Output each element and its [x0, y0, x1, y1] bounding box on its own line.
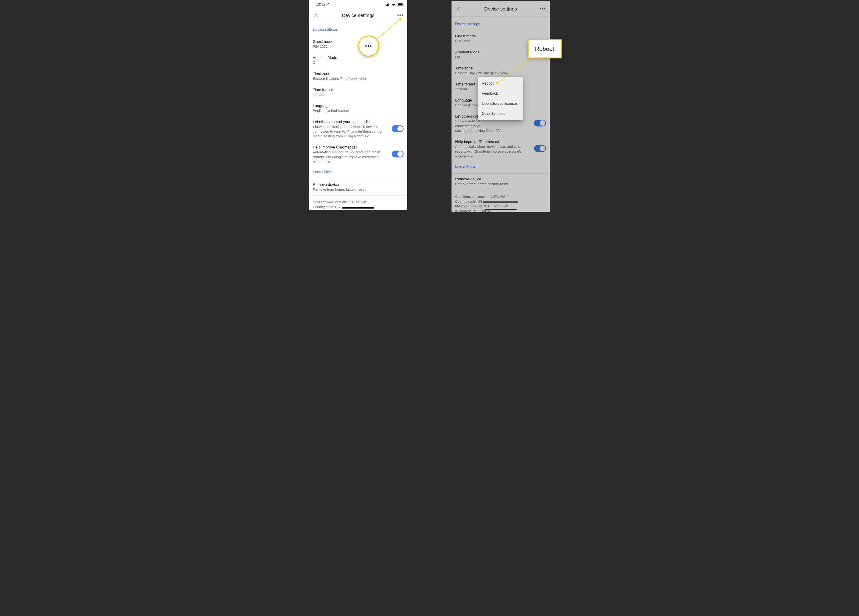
nav-header: Device settings ••• [309, 9, 407, 22]
row-help-improve[interactable]: Help improve Chromecast Automatically sh… [313, 142, 404, 167]
more-horizontal-icon: ••• [397, 12, 403, 18]
svg-rect-1 [387, 4, 388, 6]
status-bar: 12:32 [309, 0, 407, 9]
device-settings-link[interactable]: Device settings [313, 22, 404, 36]
close-icon [456, 7, 461, 11]
phone-screenshot-right: Device settings ••• Device settings Gues… [451, 2, 550, 212]
overflow-menu-button[interactable]: ••• [540, 6, 546, 12]
row-time-zone[interactable]: Time zone Eastern Daylight Time (New Yor… [455, 63, 546, 79]
home-indicator [342, 207, 374, 209]
row-ambient-mode[interactable]: Ambient Mode On [313, 52, 404, 68]
overflow-menu-button[interactable]: ••• [397, 12, 404, 19]
svg-rect-2 [389, 3, 389, 6]
phone-screenshot-left: 12:32 Device settings ••• Device setting… [309, 0, 407, 211]
location-icon [326, 3, 329, 6]
row-label: Help improve Chromecast [313, 145, 389, 150]
menu-item-feedback[interactable]: Feedback [478, 89, 523, 98]
callout-reboot-label: Reboot [528, 39, 562, 58]
more-horizontal-icon: ••• [365, 43, 372, 49]
overflow-menu-popup: Reboot Feedback Open Source licenses Oth… [478, 77, 523, 120]
cast-control-toggle[interactable] [392, 125, 404, 132]
wifi-icon [392, 3, 396, 6]
row-help-improve[interactable]: Help improve Chromecast Automatically sh… [455, 136, 546, 162]
close-button[interactable] [313, 12, 319, 19]
row-label: Guest mode [455, 34, 546, 38]
row-sub: English (United States) [313, 108, 404, 113]
row-label: Let others control your cast media [313, 120, 389, 124]
home-indicator [484, 209, 517, 210]
row-remove-device[interactable]: Remove device Remove from home, factory … [455, 174, 546, 190]
row-time-zone[interactable]: Time zone Eastern Daylight Time (New Yor… [313, 68, 404, 84]
callout-anchor-dot [399, 18, 401, 20]
cellular-signal-icon [386, 3, 390, 6]
help-improve-toggle[interactable] [534, 145, 546, 152]
callout-anchor-dot [496, 81, 498, 84]
firmware-line: Cast firmware version: 1.37.148642 [313, 200, 404, 204]
menu-item-other-licenses[interactable]: Other licenses [478, 109, 523, 119]
row-label: Time zone [313, 72, 404, 76]
row-label: Guest mode [313, 39, 404, 44]
row-sub: 12 hour [313, 92, 404, 97]
row-label: Remove device [313, 182, 404, 187]
mac-line: MAC address: 48:D6:D5:2C:43:B6 [313, 209, 404, 211]
home-indicator [483, 201, 519, 203]
row-sub: Show a notification on all Android devic… [313, 125, 389, 139]
row-sub: On [313, 60, 404, 65]
svg-rect-0 [386, 5, 387, 6]
mac-line: MAC address: 48:D6:D5:2C:43:B6 [455, 204, 546, 209]
status-time: 12:32 [316, 2, 329, 6]
firmware-line: Cast firmware version: 1.37.148642 [455, 194, 546, 199]
menu-item-open-source-licenses[interactable]: Open Source licenses [478, 98, 523, 109]
device-settings-link[interactable]: Device settings [455, 17, 546, 31]
row-sub: Automatically share device stats and cra… [455, 144, 532, 159]
page-title: Device settings [462, 6, 540, 12]
page-title: Device settings [319, 12, 397, 18]
row-sub: Remove from home, factory reset [313, 187, 404, 192]
learn-more-link[interactable]: Learn More [455, 162, 546, 173]
help-improve-toggle[interactable] [392, 151, 404, 158]
row-sub: Eastern Daylight Time (New York) [313, 76, 404, 81]
row-label: Ambient Mode [313, 55, 404, 60]
battery-icon [397, 3, 403, 6]
svg-rect-6 [403, 4, 403, 5]
row-label: Time format [313, 87, 404, 92]
settings-content: Device settings Guest mode PIN 1252 Ambi… [309, 22, 407, 211]
close-button[interactable] [455, 6, 462, 12]
row-language[interactable]: Language English (United States) [313, 100, 404, 116]
row-label: Language [313, 104, 404, 108]
row-sub: Show a notificat connected to yo casting… [455, 119, 532, 133]
row-label: Remove device [455, 177, 546, 181]
row-time-format[interactable]: Time format 12 hour [313, 84, 404, 100]
row-remove-device[interactable]: Remove device Remove from home, factory … [313, 179, 404, 195]
cast-control-toggle[interactable] [534, 120, 546, 126]
row-label: Time zone [455, 66, 546, 70]
row-sub: Remove from home, factory reset [455, 182, 546, 187]
svg-rect-5 [398, 3, 402, 6]
row-label: Help improve Chromecast [455, 140, 532, 144]
svg-rect-3 [390, 3, 390, 6]
learn-more-link[interactable]: Learn More [313, 167, 404, 179]
menu-item-reboot[interactable]: Reboot [478, 78, 523, 89]
more-horizontal-icon: ••• [540, 6, 546, 11]
close-icon [314, 13, 318, 18]
row-cast-control[interactable]: Let others control your cast media Show … [313, 116, 404, 142]
row-sub: Eastern Daylight Time (New York) [455, 71, 546, 76]
row-sub: Automatically share device stats and cra… [313, 150, 389, 164]
device-info-footer: Cast firmware version: 1.37.148642 Count… [455, 190, 546, 212]
callout-more-button: ••• [358, 36, 379, 57]
nav-header: Device settings ••• [451, 2, 550, 17]
